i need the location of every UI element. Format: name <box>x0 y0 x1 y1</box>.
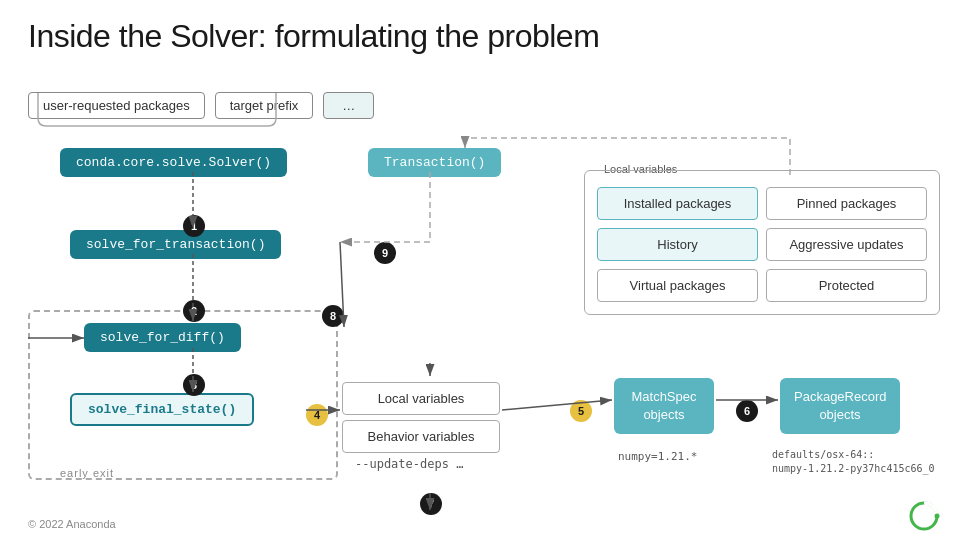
early-exit-label: early exit <box>60 467 114 479</box>
badge-5: 5 <box>570 400 592 422</box>
user-requested-input: user-requested packages <box>28 92 205 119</box>
badge-9: 9 <box>374 242 396 264</box>
protected-cell: Protected <box>766 269 927 302</box>
bottom-local-vars-box: Local variables <box>342 382 500 415</box>
dotted-rect-diff <box>28 310 338 480</box>
badge-7: 7 <box>420 493 442 515</box>
page-title: Inside the Solver: formulating the probl… <box>28 18 599 55</box>
ellipsis-input: … <box>323 92 374 119</box>
solve-for-transaction-fn-box: solve_for_transaction() <box>70 230 281 259</box>
transaction-fn-box: Transaction() <box>368 148 501 177</box>
badge-1: 1 <box>183 215 205 237</box>
behavior-vars-box: Behavior variables <box>342 420 500 453</box>
badge-3: 3 <box>183 374 205 396</box>
solver-fn-box: conda.core.solve.Solver() <box>60 148 287 177</box>
numpy-example-label: numpy=1.21.* <box>618 450 697 463</box>
anaconda-logo <box>908 500 940 532</box>
badge-8: 8 <box>322 305 344 327</box>
pkg-record-box: PackageRecord objects <box>780 378 900 434</box>
local-variables-box: Installed packages Pinned packages Histo… <box>584 170 940 315</box>
target-prefix-input: target prefix <box>215 92 314 119</box>
badge-2: 2 <box>183 300 205 322</box>
installed-packages-cell: Installed packages <box>597 187 758 220</box>
footer-copyright: © 2022 Anaconda <box>28 518 116 530</box>
virtual-packages-cell: Virtual packages <box>597 269 758 302</box>
aggressive-updates-cell: Aggressive updates <box>766 228 927 261</box>
badge-4: 4 <box>306 404 328 426</box>
pinned-packages-cell: Pinned packages <box>766 187 927 220</box>
update-deps-label: --update-deps … <box>355 457 463 471</box>
defaults-example-label: defaults/osx-64::numpy-1.21.2-py37hc415c… <box>772 448 935 476</box>
match-spec-box: MatchSpec objects <box>614 378 714 434</box>
svg-line-8 <box>502 400 612 410</box>
badge-6: 6 <box>736 400 758 422</box>
history-cell: History <box>597 228 758 261</box>
svg-point-14 <box>935 514 940 519</box>
